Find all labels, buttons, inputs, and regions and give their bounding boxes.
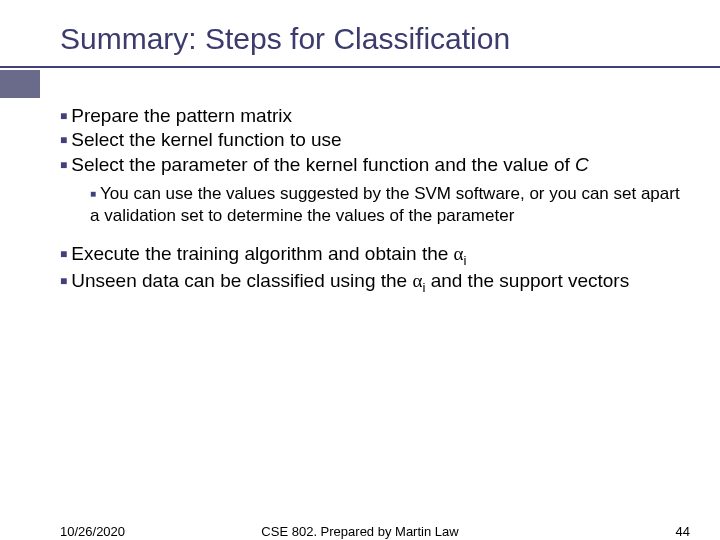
bullet-item: ■Execute the training algorithm and obta… xyxy=(60,242,690,269)
bullet-icon: ■ xyxy=(60,274,67,288)
bullet-text: Select the kernel function to use xyxy=(71,129,341,150)
alpha-symbol: α xyxy=(412,270,422,291)
bullet-icon: ■ xyxy=(90,188,96,199)
sub-bullet-item: ■You can use the values suggested by the… xyxy=(90,183,690,227)
sub-bullet-text: You can use the values suggested by the … xyxy=(90,184,680,225)
bullet-item: ■Select the parameter of the kernel func… xyxy=(60,153,690,177)
footer-page-number: 44 xyxy=(676,524,690,539)
bullet-text-tail: and the support vectors xyxy=(425,270,629,291)
bullet-icon: ■ xyxy=(60,158,67,172)
bullet-icon: ■ xyxy=(60,133,67,147)
title-underline xyxy=(0,66,720,68)
bullet-item: ■Unseen data can be classified using the… xyxy=(60,269,690,296)
bullet-text: Unseen data can be classified using the xyxy=(71,270,412,291)
title-wrap: Summary: Steps for Classification xyxy=(60,22,700,56)
footer-center: CSE 802. Prepared by Martin Law xyxy=(0,524,720,539)
slide-content: ■Prepare the pattern matrix ■Select the … xyxy=(60,104,690,296)
subscript-i: i xyxy=(464,253,467,268)
bullet-text: Execute the training algorithm and obtai… xyxy=(71,243,453,264)
title-accent-box xyxy=(0,70,40,98)
bullet-icon: ■ xyxy=(60,247,67,261)
bullet-text: Prepare the pattern matrix xyxy=(71,105,292,126)
slide-title: Summary: Steps for Classification xyxy=(60,22,700,56)
bullet-text: Select the parameter of the kernel funct… xyxy=(71,154,575,175)
bullet-item: ■Prepare the pattern matrix xyxy=(60,104,690,128)
slide: Summary: Steps for Classification ■Prepa… xyxy=(0,0,720,540)
spacer xyxy=(60,232,690,242)
alpha-symbol: α xyxy=(454,243,464,264)
bullet-icon: ■ xyxy=(60,109,67,123)
bullet-item: ■Select the kernel function to use xyxy=(60,128,690,152)
italic-c: C xyxy=(575,154,589,175)
